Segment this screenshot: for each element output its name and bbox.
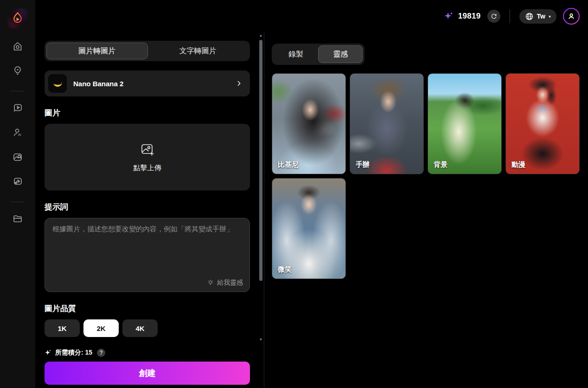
card-label: 背景: [434, 160, 447, 169]
refresh-credits-button[interactable]: [487, 10, 500, 23]
inspiration-bulb-icon: [207, 279, 214, 286]
sidebar-item-video-search[interactable]: [7, 98, 28, 118]
prompt-section-label: 提示詞: [45, 202, 250, 212]
refresh-icon: [491, 13, 497, 19]
quality-option-4k[interactable]: 4K: [122, 319, 158, 337]
scrollbar-down-arrow[interactable]: ▼: [259, 337, 263, 343]
inspiration-panel: 錄製 靈感 比基尼 手辦 背景 動漫: [264, 32, 588, 388]
credits-help-button[interactable]: ?: [97, 349, 105, 357]
quality-options: 1K 2K 4K: [45, 319, 250, 337]
globe-icon: [525, 12, 534, 21]
inspiration-card-bikini[interactable]: 比基尼: [272, 73, 346, 174]
upload-image-icon: [140, 142, 155, 158]
flame-logo-icon: [9, 10, 26, 27]
sidebar-item-ai-avatar[interactable]: AI: [7, 122, 28, 143]
inspire-me-button[interactable]: 給我靈感: [207, 279, 243, 287]
model-icon-wrap: [48, 74, 67, 93]
image-search-icon: [12, 152, 23, 163]
image-section-label: 圖片: [45, 108, 250, 118]
tab-recordings[interactable]: 錄製: [274, 45, 318, 63]
prompt-input[interactable]: [45, 218, 249, 273]
person-icon: [567, 12, 576, 21]
mode-tabs: 圖片轉圖片 文字轉圖片: [45, 41, 250, 61]
generator-panel: 圖片轉圖片 文字轉圖片 Nano Banana 2: [35, 32, 264, 388]
credits-display: 19819: [444, 11, 481, 21]
tab-inspiration[interactable]: 靈感: [318, 45, 363, 63]
lightbulb-icon: [12, 65, 23, 76]
generator-panel-scroll-area: 圖片轉圖片 文字轉圖片 Nano Banana 2: [35, 32, 264, 345]
credits-required-line: 所需積分: 15 ?: [45, 349, 250, 357]
inspiration-tabs: 錄製 靈感: [272, 44, 364, 65]
sidebar-item-music-video[interactable]: [7, 172, 28, 192]
video-search-icon: [12, 102, 23, 114]
app-window: AI: [0, 0, 588, 388]
quality-option-1k[interactable]: 1K: [45, 319, 80, 337]
banana-icon: [51, 77, 64, 89]
card-label: 微笑: [278, 265, 292, 274]
create-button[interactable]: 創建: [45, 362, 250, 385]
quality-section-label: 圖片品質: [45, 303, 250, 314]
sparkle-small-icon: [45, 349, 52, 356]
upload-dropzone[interactable]: 點擊上傳: [45, 124, 250, 191]
sidebar-divider: [11, 91, 25, 91]
inspiration-card-grid: 比基尼 手辦 背景 動漫 微笑: [272, 73, 587, 279]
left-panel-scrollbar: ▲ ▼: [258, 33, 264, 343]
home-icon: [12, 41, 23, 52]
folder-icon: [12, 213, 23, 224]
scrollbar-thumb[interactable]: [259, 40, 262, 281]
sidebar-divider: [11, 202, 25, 202]
profile-avatar[interactable]: [563, 8, 580, 25]
upload-label: 點擊上傳: [134, 164, 161, 172]
app-logo[interactable]: [7, 8, 28, 29]
content: 圖片轉圖片 文字轉圖片 Nano Banana 2: [35, 32, 588, 388]
inspiration-card-smile[interactable]: 微笑: [272, 178, 346, 279]
model-selector[interactable]: Nano Banana 2: [45, 70, 250, 96]
model-name: Nano Banana 2: [73, 80, 229, 88]
sparkle-icon: [444, 11, 454, 21]
quality-option-2k[interactable]: 2K: [83, 319, 119, 337]
tab-text-to-image[interactable]: 文字轉圖片: [148, 43, 249, 59]
generator-footer: 所需積分: 15 ? 創建: [35, 345, 264, 388]
card-label: 手辦: [356, 160, 370, 169]
prompt-box: 給我靈感: [45, 218, 250, 292]
sidebar-item-files[interactable]: [7, 209, 28, 229]
main-area: 19819 Tw ▾: [35, 0, 588, 388]
card-label: 比基尼: [278, 160, 299, 169]
sidebar-item-home[interactable]: [7, 36, 28, 57]
language-label: Tw: [537, 13, 545, 20]
topbar-divider: [510, 9, 510, 23]
scrollbar-up-arrow[interactable]: ▲: [259, 33, 263, 39]
card-label: 動漫: [511, 160, 525, 169]
chevron-right-icon: [235, 80, 243, 87]
inspiration-card-figure[interactable]: 手辦: [350, 73, 424, 174]
language-selector[interactable]: Tw ▾: [519, 9, 556, 24]
credits-value: 19819: [458, 12, 481, 21]
sidebar-item-image-search[interactable]: [7, 147, 28, 167]
music-video-icon: [12, 176, 23, 187]
topbar: 19819 Tw ▾: [35, 0, 588, 32]
sidebar: AI: [0, 0, 35, 388]
credits-required-label: 所需積分: 15: [55, 349, 92, 357]
inspire-me-label: 給我靈感: [217, 279, 243, 287]
svg-text:AI: AI: [18, 133, 21, 136]
ai-person-icon: AI: [12, 127, 23, 138]
sidebar-item-ideas[interactable]: [7, 61, 28, 81]
tab-image-to-image[interactable]: 圖片轉圖片: [46, 43, 148, 59]
inspiration-card-anime[interactable]: 動漫: [505, 73, 580, 174]
chevron-down-icon: ▾: [549, 14, 551, 19]
inspiration-card-background[interactable]: 背景: [428, 73, 502, 174]
